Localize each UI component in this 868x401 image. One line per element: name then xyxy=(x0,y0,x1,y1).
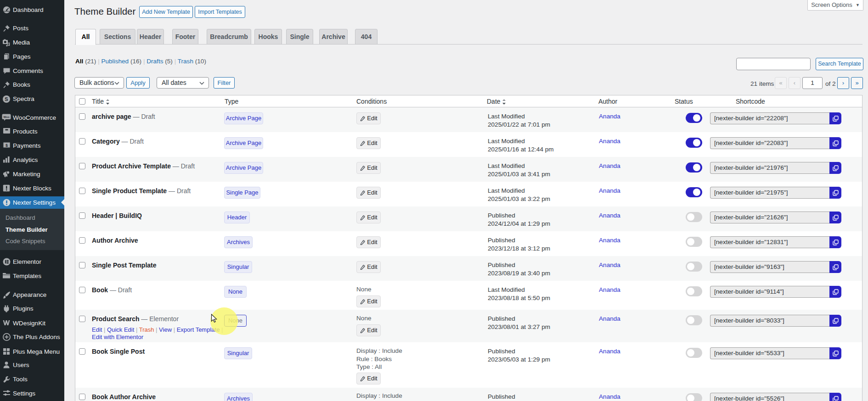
svg-text:S: S xyxy=(5,96,8,102)
svg-text:$: $ xyxy=(5,143,7,148)
svg-text:Woo: Woo xyxy=(4,116,10,118)
